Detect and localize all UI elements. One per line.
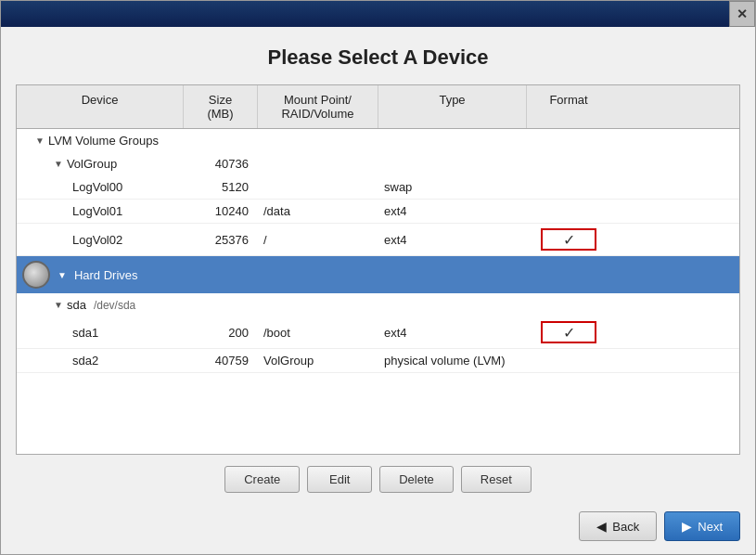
window-banner [82,1,675,27]
logvol02-checkmark: ✓ [563,231,575,249]
delete-button[interactable]: Delete [379,466,454,493]
logvol02-type: ext4 [378,224,527,255]
sda1-format[interactable]: ✓ [527,316,610,348]
volgroup-type [378,152,527,175]
hard-drives-mount [258,256,378,293]
table-row[interactable]: LogVol02 25376 / ext4 ✓ [17,224,739,256]
lvm-format [527,129,610,152]
volgroup-format [527,152,610,175]
logvol02-mount: / [258,224,378,255]
hard-drives-text: Hard Drives [74,268,138,282]
sda-group-row: ▼ sda /dev/sda [17,293,739,316]
edit-button[interactable]: Edit [307,466,372,493]
dialog-body: Please Select A Device Device Size(MB) M… [1,27,755,554]
logvol00-size: 5120 [184,175,258,199]
table-body: ▼ LVM Volume Groups ▼ VolGroup 40736 [17,129,739,373]
logvol01-type: ext4 [378,200,527,223]
nav-bar: ◀ Back ▶ Next [1,504,755,554]
lvm-group-row: ▼ LVM Volume Groups [17,129,739,152]
logvol00-device: LogVol00 [17,175,184,199]
sda2-mount: VolGroup [258,349,378,372]
hard-drives-label: ▼ Hard Drives [17,256,184,293]
volgroup-expand-icon[interactable]: ▼ [54,159,63,169]
sda-type [378,293,527,316]
lvm-expand-icon[interactable]: ▼ [35,136,45,146]
window-header: ✕ [1,1,755,27]
volgroup-label: ▼ VolGroup [17,152,184,175]
sda1-type: ext4 [378,316,527,348]
sda1-mount: /boot [258,316,378,348]
sda-sublabel: /dev/sda [94,299,135,312]
sda2-device: sda2 [17,349,184,372]
col-header-type: Type [378,85,527,128]
lvm-mount [258,129,378,152]
logvol01-device: LogVol01 [17,200,184,223]
col-header-format: Format [527,85,610,128]
sda-text: sda [67,298,86,312]
close-button[interactable]: ✕ [729,1,755,27]
logvol02-format[interactable]: ✓ [527,224,610,255]
sda-expand-icon[interactable]: ▼ [54,300,63,310]
reset-button[interactable]: Reset [461,466,532,493]
logvol01-mount: /data [258,200,378,223]
lvm-group-text: LVM Volume Groups [48,134,159,148]
logvol00-format [527,175,610,199]
volgroup-size: 40736 [184,152,258,175]
sda-format [527,293,610,316]
table-row[interactable]: sda1 200 /boot ext4 ✓ [17,316,739,349]
sda1-checkmark: ✓ [563,324,575,342]
logvol01-format [527,200,610,223]
volgroup-text: VolGroup [67,157,117,171]
logvol02-size: 25376 [184,224,258,255]
next-label: Next [698,520,723,534]
device-table: Device Size(MB) Mount Point/RAID/Volume … [16,84,740,455]
back-label: Back [612,520,639,534]
table-header-row: Device Size(MB) Mount Point/RAID/Volume … [17,85,739,129]
sda2-size: 40759 [184,349,258,372]
lvm-group-label: ▼ LVM Volume Groups [17,129,184,152]
sda1-device: sda1 [17,316,184,348]
logvol02-format-checkbox[interactable]: ✓ [541,228,596,251]
hard-drives-format [527,256,610,293]
col-header-size: Size(MB) [184,85,258,128]
volgroup-mount [258,152,378,175]
back-arrow-icon: ◀ [596,519,607,534]
table-row[interactable]: LogVol01 10240 /data ext4 [17,200,739,224]
hard-drives-expand-icon[interactable]: ▼ [58,270,67,280]
lvm-size [184,129,258,152]
next-button[interactable]: ▶ Next [664,511,740,541]
sda2-type: physical volume (LVM) [378,349,527,372]
dialog-title: Please Select A Device [1,27,755,84]
action-button-bar: Create Edit Delete Reset [1,455,755,504]
sda2-format [527,349,610,372]
logvol00-type: swap [378,175,527,199]
create-button[interactable]: Create [224,466,300,493]
volgroup-row: ▼ VolGroup 40736 [17,152,739,175]
table-row[interactable]: sda2 40759 VolGroup physical volume (LVM… [17,349,739,373]
sda1-size: 200 [184,316,258,348]
next-arrow-icon: ▶ [682,519,692,534]
table-row[interactable]: LogVol00 5120 swap [17,175,739,200]
logvol01-size: 10240 [184,200,258,223]
hard-drives-size [184,256,258,293]
hard-drives-row[interactable]: ▼ Hard Drives [17,256,739,293]
logvol00-mount [258,175,378,199]
lvm-type [378,129,527,152]
logvol02-device: LogVol02 [17,224,184,255]
spinner-icon [22,261,50,289]
main-window: ✕ Please Select A Device Device Size(MB)… [0,0,756,555]
col-header-device: Device [17,85,184,128]
sda-size [184,293,258,316]
hard-drives-type [378,256,527,293]
sda-mount [258,293,378,316]
sda1-format-checkbox[interactable]: ✓ [541,321,596,343]
back-button[interactable]: ◀ Back [579,511,657,541]
sda-label: ▼ sda /dev/sda [17,293,184,316]
col-header-mount: Mount Point/RAID/Volume [258,85,378,128]
